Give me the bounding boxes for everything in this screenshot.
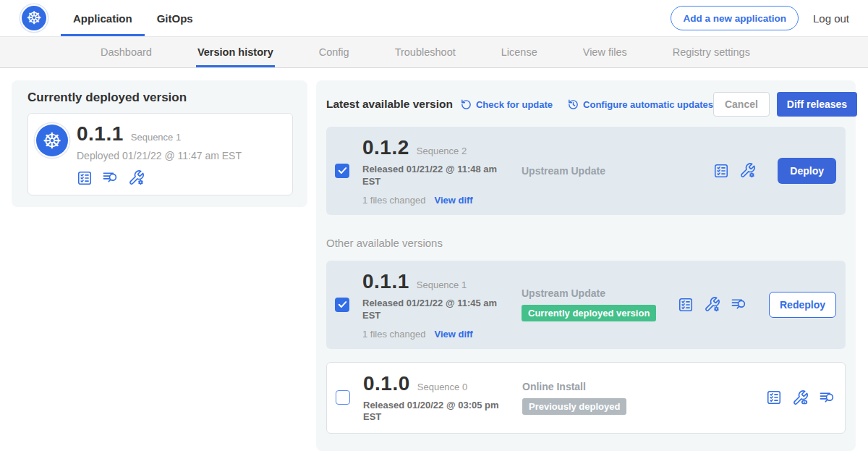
version-sequence: Sequence 1: [417, 279, 467, 290]
tab-dashboard[interactable]: Dashboard: [101, 37, 152, 67]
view-logs-icon[interactable]: [819, 389, 835, 406]
tab-registry-settings[interactable]: Registry settings: [673, 37, 750, 67]
version-sequence: Sequence 0: [417, 382, 467, 392]
configure-automatic-updates-label: Configure automatic updates: [583, 99, 713, 110]
version-row-0.1.2: 0.1.2 Sequence 2 Released 01/21/22 @ 11:…: [326, 127, 846, 215]
latest-available-title: Latest available version: [326, 98, 453, 111]
tab-config[interactable]: Config: [319, 37, 349, 67]
edit-config-icon[interactable]: [739, 162, 756, 179]
released-timestamp: Released 01/21/22 @ 11:48 am EST: [362, 164, 503, 188]
deployed-sequence: Sequence 1: [131, 132, 181, 143]
version-source: Upstream Update: [522, 287, 678, 299]
previously-deployed-badge: Previously deployed: [522, 398, 626, 415]
version-number: 0.1.2: [362, 136, 409, 159]
view-logs-icon[interactable]: [102, 169, 119, 186]
nav-tab-gitops-label: GitOps: [157, 12, 193, 25]
other-available-versions-label: Other available versions: [326, 237, 846, 249]
currently-deployed-badge: Currently deployed version: [522, 305, 656, 321]
version-sequence: Sequence 2: [417, 146, 467, 156]
diff-releases-button[interactable]: Diff releases: [777, 92, 857, 117]
deployed-version-card: ☸ 0.1.1 Sequence 1 Deployed 01/21/22 @ 1…: [27, 113, 293, 195]
release-notes-icon[interactable]: [77, 170, 93, 186]
release-notes-icon[interactable]: [766, 389, 782, 405]
version-row-0.1.0: 0.1.0 Sequence 0 Released 01/20/22 @ 03:…: [326, 362, 846, 434]
tab-troubleshoot[interactable]: Troubleshoot: [395, 37, 456, 67]
logout-link[interactable]: Log out: [813, 12, 849, 25]
view-logs-icon[interactable]: [731, 296, 747, 313]
tab-license[interactable]: License: [501, 37, 537, 67]
deploy-button[interactable]: Deploy: [778, 158, 836, 184]
nav-tab-application-label: Application: [73, 12, 132, 25]
available-versions-panel: Latest available version Check for updat…: [316, 80, 856, 451]
top-nav-tabs: Application GitOps: [61, 0, 205, 36]
version-checkbox[interactable]: [336, 390, 350, 405]
redeploy-button[interactable]: Redeploy: [769, 292, 836, 318]
currently-deployed-panel: Currently deployed version ☸ 0.1.1 Seque…: [12, 80, 307, 207]
nav-tab-application[interactable]: Application: [61, 0, 145, 36]
top-navbar: ☸ Application GitOps Add a new applicati…: [0, 0, 868, 36]
configure-automatic-updates-link[interactable]: Configure automatic updates: [567, 98, 713, 111]
version-row-0.1.1: 0.1.1 Sequence 1 Released 01/21/22 @ 11:…: [326, 261, 846, 349]
view-diff-link[interactable]: View diff: [434, 329, 472, 340]
release-notes-icon[interactable]: [678, 297, 694, 313]
nav-tab-gitops[interactable]: GitOps: [145, 0, 205, 36]
cancel-button[interactable]: Cancel: [713, 92, 770, 117]
app-subnav: Dashboard Version history Config Trouble…: [0, 36, 868, 68]
tab-version-history[interactable]: Version history: [197, 37, 273, 67]
add-new-application-button[interactable]: Add a new application: [671, 6, 799, 30]
auto-update-clock-icon: [567, 98, 579, 111]
released-timestamp: Released 01/21/22 @ 11:45 am EST: [362, 298, 503, 322]
version-checkbox[interactable]: [335, 298, 349, 312]
files-changed: 1 files changed: [362, 329, 425, 340]
check-for-update-link[interactable]: Check for update: [460, 98, 553, 111]
preflight-view-icon[interactable]: [792, 389, 809, 406]
currently-deployed-title: Currently deployed version: [27, 90, 293, 105]
version-source: Upstream Update: [522, 165, 713, 177]
version-source: Online Install: [522, 381, 766, 392]
check-for-update-label: Check for update: [476, 99, 553, 110]
release-notes-icon[interactable]: [713, 163, 729, 179]
app-logo-icon: ☸: [36, 125, 68, 156]
edit-config-icon[interactable]: [128, 169, 145, 186]
files-changed: 1 files changed: [362, 195, 425, 206]
edit-config-icon[interactable]: [704, 296, 720, 313]
view-diff-link[interactable]: View diff: [434, 195, 472, 206]
deployed-timestamp: Deployed 01/21/22 @ 11:47 am EST: [77, 150, 242, 161]
deployed-version-number: 0.1.1: [77, 122, 124, 146]
refresh-icon: [460, 98, 472, 111]
kubernetes-logo-icon: ☸: [22, 6, 46, 30]
version-number: 0.1.0: [363, 372, 410, 395]
version-number: 0.1.1: [362, 270, 409, 293]
version-checkbox[interactable]: [335, 164, 349, 178]
tab-view-files[interactable]: View files: [583, 37, 627, 67]
main-content: Currently deployed version ☸ 0.1.1 Seque…: [0, 68, 868, 451]
released-timestamp: Released 01/20/22 @ 03:05 pm EST: [363, 400, 504, 424]
